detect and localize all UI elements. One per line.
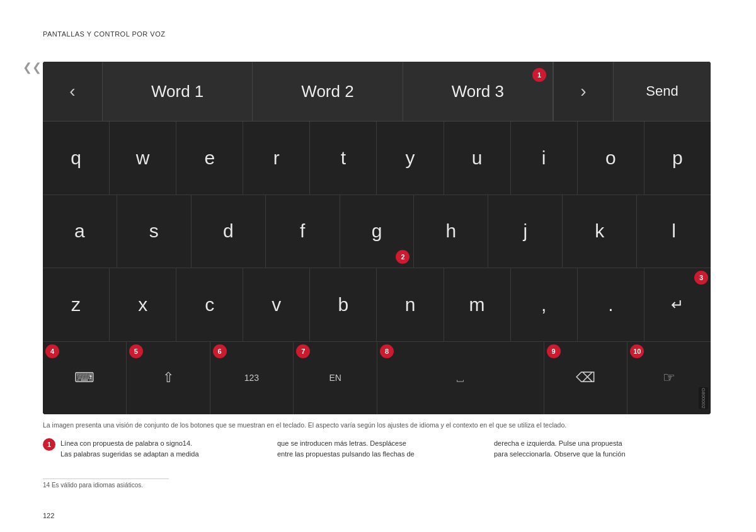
key-backspace[interactable]: 9 ⌫ (544, 342, 628, 415)
shift-icon (163, 370, 174, 386)
quote-marks: ❮❮ (23, 62, 42, 73)
key-period[interactable]: . (578, 268, 644, 341)
space-badge: 8 (380, 344, 394, 358)
key-row-1: q w e r t y u i o p (43, 122, 711, 195)
send-button[interactable]: Send (613, 62, 711, 121)
key-v[interactable]: v (243, 268, 310, 341)
enter-badge: 3 (694, 271, 708, 285)
key-m[interactable]: m (444, 268, 511, 341)
keyboard-container: ‹ Word 1 Word 2 Word 3 1 › Send q w e r … (43, 62, 711, 414)
keyboard-icon (74, 370, 94, 386)
key-f[interactable]: f (266, 195, 340, 268)
annotation-badge-1: 1 (43, 438, 55, 451)
key-rows: q w e r t y u i o p a s d f g 2 h j k l (43, 122, 711, 414)
space-icon: ⎵ (457, 371, 464, 385)
annotation-col-1: Línea con propuesta de palabra o signo14… (60, 438, 277, 459)
key-e[interactable]: e (176, 122, 243, 195)
page-header: PANTALLAS Y CONTROL POR VOZ (43, 30, 165, 38)
touch-badge: 10 (630, 344, 644, 358)
copyright-mark: G800002 (699, 387, 708, 409)
language-label: EN (329, 373, 341, 383)
bksp-badge: 9 (547, 344, 561, 358)
key-a[interactable]: a (43, 195, 117, 268)
key-row-bottom: 4 5 6 123 7 EN 8 ⎵ (43, 342, 711, 415)
key-row-3: z x c v b n m , . 3 (43, 268, 711, 342)
next-suggestion-button[interactable]: › (553, 62, 613, 121)
suggestions-row: ‹ Word 1 Word 2 Word 3 1 › Send (43, 62, 711, 122)
numbers-label: 123 (244, 373, 259, 383)
key-j[interactable]: j (488, 195, 563, 268)
annotation-col-2: que se introducen más letras. Desplácese… (277, 438, 494, 459)
key-enter[interactable]: 3 (644, 268, 711, 341)
key-r[interactable]: r (243, 122, 310, 195)
num-badge: 6 (213, 344, 227, 358)
key-h[interactable]: h (414, 195, 488, 268)
key-k[interactable]: k (563, 195, 637, 268)
key-g[interactable]: g 2 (340, 195, 415, 268)
suggestion-word3-button[interactable]: Word 3 1 (403, 62, 553, 121)
key-l[interactable]: l (637, 195, 711, 268)
caption-text: La imagen presenta una visión de conjunt… (43, 421, 711, 430)
lang-badge: 7 (296, 344, 310, 358)
shift-badge: 5 (129, 344, 143, 358)
key-x[interactable]: x (110, 268, 176, 341)
key-b[interactable]: b (310, 268, 377, 341)
page-number: 122 (43, 512, 54, 519)
key-d[interactable]: d (192, 195, 266, 268)
key-t[interactable]: t (310, 122, 377, 195)
key-space[interactable]: 8 ⎵ (377, 342, 544, 415)
enter-icon (671, 296, 684, 314)
key-shift[interactable]: 5 (127, 342, 210, 415)
key-row-2: a s d f g 2 h j k l (43, 195, 711, 269)
g-badge: 2 (396, 250, 410, 264)
key-w[interactable]: w (110, 122, 176, 195)
annotation-area: 1 Línea con propuesta de palabra o signo… (43, 433, 711, 459)
annotation-columns: Línea con propuesta de palabra o signo14… (60, 438, 711, 459)
key-q[interactable]: q (43, 122, 110, 195)
word3-badge: 1 (532, 68, 546, 82)
backspace-icon: ⌫ (576, 370, 595, 386)
key-z[interactable]: z (43, 268, 110, 341)
key-keyboard[interactable]: 4 (43, 342, 127, 415)
key-p[interactable]: p (644, 122, 711, 195)
key-u[interactable]: u (444, 122, 511, 195)
key-y[interactable]: y (377, 122, 444, 195)
touch-icon: ☞ (663, 370, 675, 386)
kb-badge: 4 (45, 344, 59, 358)
key-c[interactable]: c (176, 268, 243, 341)
prev-suggestion-button[interactable]: ‹ (43, 62, 103, 121)
key-o[interactable]: o (578, 122, 644, 195)
annotation-row-1: 1 Línea con propuesta de palabra o signo… (43, 438, 711, 459)
suggestion-word2-button[interactable]: Word 2 (253, 62, 403, 121)
annotation-col-3: derecha e izquierda. Pulse una propuesta… (494, 438, 711, 459)
key-i[interactable]: i (511, 122, 578, 195)
suggestion-word1-button[interactable]: Word 1 (103, 62, 253, 121)
key-n[interactable]: n (377, 268, 444, 341)
key-s[interactable]: s (117, 195, 192, 268)
key-comma[interactable]: , (511, 268, 578, 341)
footnote: 14 Es válido para idiomas asiáticos. (43, 478, 169, 489)
key-numbers[interactable]: 6 123 (210, 342, 294, 415)
key-language[interactable]: 7 EN (294, 342, 377, 415)
